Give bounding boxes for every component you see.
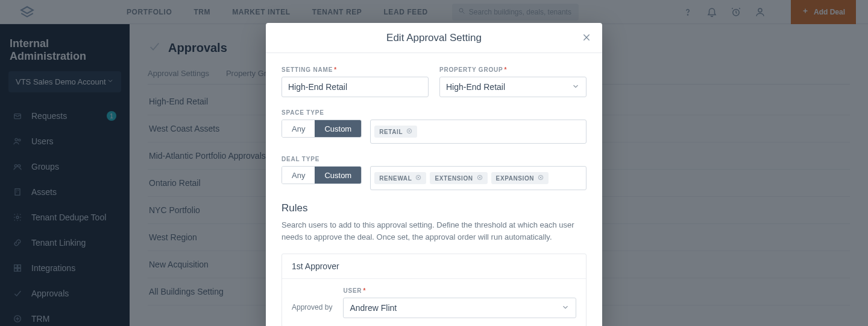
remove-chip-icon[interactable]	[477, 174, 483, 182]
deal-type-label: DEAL TYPE	[281, 156, 587, 162]
property-group-value: High-End Retail	[446, 82, 505, 92]
setting-name-field: SETTING NAME*	[281, 66, 429, 97]
property-group-field: PROPERTY GROUP* High-End Retail	[439, 66, 587, 97]
modal-title: Edit Approval Setting	[386, 32, 482, 44]
rules-description: Search users to add to this approval set…	[281, 219, 587, 243]
space-type-custom-button[interactable]: Custom	[315, 120, 361, 137]
user-select[interactable]: Andrew Flint	[343, 298, 576, 318]
space-type-toggle: Any Custom	[281, 120, 362, 138]
remove-chip-icon[interactable]	[415, 174, 421, 182]
chevron-down-icon	[561, 303, 570, 313]
deal-type-custom-button[interactable]: Custom	[315, 167, 361, 184]
approved-by-label: Approved by	[292, 287, 332, 312]
chevron-down-icon	[571, 82, 580, 92]
user-value: Andrew Flint	[350, 303, 397, 313]
user-field: USER* Andrew Flint	[343, 287, 576, 318]
approver-heading: 1st Approver	[282, 254, 586, 279]
chip-renewal: RENEWAL	[374, 172, 426, 184]
property-group-label: PROPERTY GROUP*	[439, 66, 587, 73]
chip-expansion: EXPANSION	[491, 172, 549, 184]
deal-type-toggle: Any Custom	[281, 166, 362, 184]
chip-extension: EXTENSION	[430, 172, 487, 184]
close-icon[interactable]	[582, 33, 593, 43]
rules-heading: Rules	[281, 202, 587, 214]
remove-chip-icon[interactable]	[406, 128, 412, 135]
space-type-chip-field[interactable]: RETAIL	[370, 120, 587, 144]
deal-type-chip-field[interactable]: RENEWAL EXTENSION EXPANSION	[370, 166, 587, 190]
user-label: USER*	[343, 287, 576, 294]
approver-card: 1st Approver Approved by USER* Andrew Fl…	[281, 254, 587, 326]
chip-retail: RETAIL	[374, 126, 417, 138]
property-group-select[interactable]: High-End Retail	[439, 77, 587, 97]
edit-approval-modal: Edit Approval Setting SETTING NAME* PROP…	[266, 23, 602, 326]
deal-type-any-button[interactable]: Any	[282, 167, 315, 184]
setting-name-input[interactable]	[281, 77, 429, 97]
space-type-any-button[interactable]: Any	[282, 120, 315, 137]
remove-chip-icon[interactable]	[538, 174, 544, 182]
modal-body: SETTING NAME* PROPERTY GROUP* High-End R…	[266, 53, 602, 326]
modal-header: Edit Approval Setting	[266, 23, 602, 53]
setting-name-label: SETTING NAME*	[281, 66, 429, 73]
space-type-label: SPACE TYPE	[281, 109, 587, 116]
